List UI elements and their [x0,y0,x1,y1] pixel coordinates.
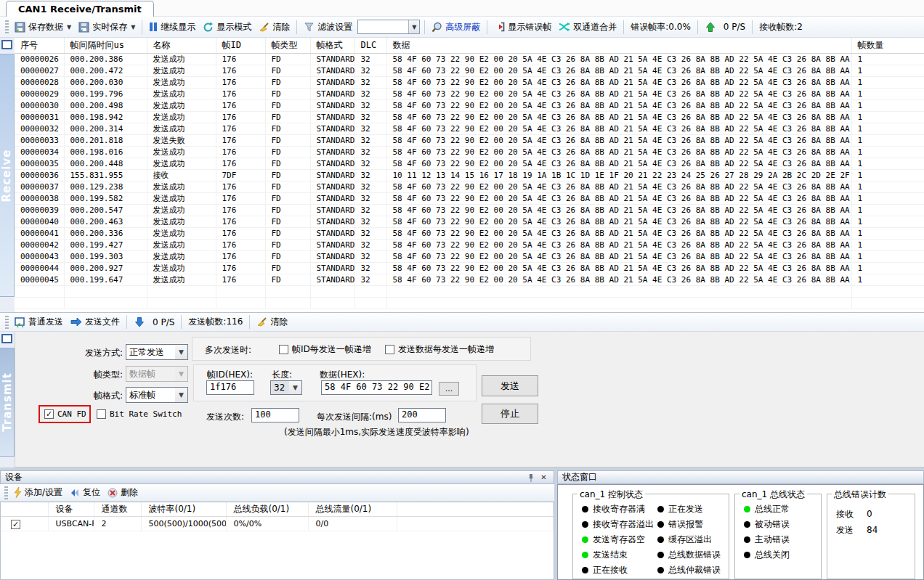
rx-table-row[interactable]: 00000035000.200.448发送成功176FDSTANDARD3258… [15,158,924,169]
rx-column-header[interactable]: 帧格式 [310,38,354,53]
normal-send-button[interactable]: 普通发送 [11,314,67,330]
frame-id-input[interactable]: 1f176 [206,380,254,395]
continue-display-button[interactable]: 继续显示 [145,20,199,35]
send-button[interactable]: 发送 [482,375,538,396]
toolbar-grip[interactable] [5,316,9,329]
toolbar-grip[interactable] [4,486,8,499]
rx-table-row[interactable]: 00000030000.200.498发送成功176FDSTANDARD3258… [15,99,924,111]
rx-cell: 1 [851,169,924,181]
dual-channel-merge-button[interactable]: 双通道合并 [555,20,620,35]
rx-table-row[interactable]: 00000029000.199.796发送成功176FDSTANDARD3258… [15,88,924,99]
add-device-button[interactable]: 添加/设置 [10,485,66,500]
rx-table-row[interactable]: 00000032000.200.314发送成功176FDSTANDARD3258… [15,123,924,134]
rx-column-header[interactable]: 帧ID [216,38,265,53]
device-column-header[interactable]: 总线流量(0/1) [308,502,397,516]
save-data-button[interactable]: 保存数据 ▼ [11,20,75,35]
send-mode-select[interactable]: 正常发送▼ [126,344,188,360]
rx-table-row[interactable]: 00000028000.200.030发送成功176FDSTANDARD3258… [15,76,924,88]
realtime-save-dropdown-arrow[interactable]: ▼ [131,24,135,30]
device-column-header[interactable]: 总线负载(0/1) [226,502,308,516]
bit-rate-switch-checkbox[interactable]: Bit Rate Switch [97,409,182,419]
clear-receive-button[interactable]: 清除 [255,20,293,35]
rx-column-header[interactable]: 帧类型 [265,38,310,53]
rx-table-row[interactable]: 00000039000.200.547发送成功176FDSTANDARD3258… [15,204,924,216]
device-panel-title: 设备 [5,471,23,483]
bus-error-count-title: 总线错误计数 [832,489,888,501]
filter-settings-button[interactable]: 滤波设置 [300,20,356,35]
send-interval-input[interactable]: 200 [398,408,446,422]
length-select[interactable]: 32▼ [270,380,302,395]
device-row[interactable]: ✓USBCAN-FD2500(500)/1000(5000)0%/0%0/0 [1,516,554,531]
show-error-frames-button[interactable]: 显示错误帧 [490,20,555,35]
rx-table-row[interactable]: 00000034000.198.016发送成功176FDSTANDARD3258… [15,146,924,158]
rx-column-header[interactable]: 帧间隔时间us [64,38,147,53]
rx-table-row[interactable]: 00000044000.200.927发送成功176FDSTANDARD3258… [15,262,924,274]
rx-cell: 1 [851,192,924,204]
rx-column-header[interactable]: 名称 [147,38,216,53]
send-file-button[interactable]: 发送文件 [67,314,123,330]
rx-column-header[interactable]: 数据 [386,38,851,53]
rx-table-row[interactable]: 00000033000.201.818发送失败176FDSTANDARD3258… [15,134,924,146]
inc-frame-id-checkbox[interactable]: 帧ID每发送一帧递增 [279,343,371,356]
status-led-item: 发送寄存器空 [582,532,654,547]
close-icon[interactable]: ✕ [538,473,549,483]
more-data-button[interactable]: ... [439,382,459,396]
tab-receive[interactable]: Receive [0,54,15,297]
device-checkbox[interactable]: ✓ [11,520,20,529]
rx-column-header[interactable]: 序号 [15,38,64,53]
rx-table-row[interactable]: 00000040000.200.463发送成功176FDSTANDARD3258… [15,216,924,227]
rx-table-row[interactable]: 00000045000.199.647发送成功176FDSTANDARD3258… [15,274,924,285]
rx-table-row[interactable]: 00000031000.198.942发送成功176FDSTANDARD3258… [15,111,924,123]
tab-transmit[interactable]: Transmit [0,348,15,457]
device-column-header[interactable]: 设备 [48,502,94,516]
rx-cell: 176 [216,99,265,111]
rx-cell: 176 [216,274,265,285]
rx-table-row[interactable]: 00000041000.200.336发送成功176FDSTANDARD3258… [15,227,924,239]
rx-cell: STANDARD [310,158,354,169]
filter-preset-combobox[interactable]: ▼ [357,20,420,34]
data-hex-input[interactable]: 58 4F 60 73 22 90 E2 00 2 [321,380,432,395]
rx-table-row[interactable]: 00000037000.129.238发送成功176FDSTANDARD3258… [15,181,924,192]
checkbox-unchecked[interactable] [279,345,288,354]
delete-device-button[interactable]: 删除 [104,485,142,500]
rx-table-row[interactable]: 00000042000.199.427发送成功176FDSTANDARD3258… [15,239,924,250]
rx-table-row[interactable]: 00000036155.831.955接收7DFFDSTANDARD3210 1… [15,169,924,181]
toolbar-grip[interactable] [5,20,9,33]
rx-table-row[interactable]: 00000026000.200.386发送成功176FDSTANDARD3258… [15,53,924,65]
device-checkbox-cell[interactable]: ✓ [1,516,48,531]
checkbox-unchecked[interactable] [385,345,394,354]
combo-dropdown-button[interactable]: ▼ [408,20,419,33]
send-count-input[interactable]: 100 [251,408,299,422]
rx-cell: 发送成功 [147,250,216,262]
device-column-header[interactable]: 波特率(0/1) [141,502,226,516]
tab-can1-receive-transmit[interactable]: CAN1 Receive/Transmit [6,1,154,17]
stop-button[interactable]: 停止 [482,404,538,424]
checkbox-checked[interactable]: ✓ [44,409,54,419]
rx-cell: STANDARD [310,65,354,76]
rx-cell: 32 [354,192,386,204]
display-mode-button[interactable]: 显示模式 [199,20,255,35]
pin-icon[interactable] [525,473,536,483]
status-led-label: 总线正常 [755,503,790,515]
save-data-dropdown-arrow[interactable]: ▼ [67,24,71,30]
device-column-header[interactable]: 通道数 [94,502,141,516]
rx-column-header[interactable]: DLC [354,38,386,53]
device-cell: 0/0 [308,516,397,531]
checkbox-unchecked[interactable] [97,409,106,419]
rx-table-row[interactable]: 00000027000.200.472发送成功176FDSTANDARD3258… [15,65,924,76]
advanced-mask-button[interactable]: 高级屏蔽 [428,20,484,35]
frame-type-select[interactable]: 数据帧▼ [126,366,188,382]
rx-cell: 1 [851,134,924,146]
can-fd-checkbox[interactable]: ✓ CAN FD [44,409,86,419]
rx-cell: 发送成功 [147,76,216,88]
realtime-save-button[interactable]: 实时保存 ▼ [75,20,139,35]
inc-data-checkbox[interactable]: 发送数据每发送一帧递增 [385,343,494,356]
rx-cell: 176 [216,158,265,169]
reset-device-button[interactable]: 复位 [66,485,104,500]
rx-table-row[interactable]: 00000043000.199.303发送成功176FDSTANDARD3258… [15,250,924,262]
rx-table-row[interactable]: 00000038000.199.582发送成功176FDSTANDARD3258… [15,192,924,204]
rx-column-header[interactable]: 帧数量 [851,38,924,53]
frame-format-select[interactable]: 标准帧▼ [126,387,188,403]
realtime-save-label: 实时保存 [92,21,127,33]
clear-transmit-button[interactable]: 清除 [253,314,291,330]
